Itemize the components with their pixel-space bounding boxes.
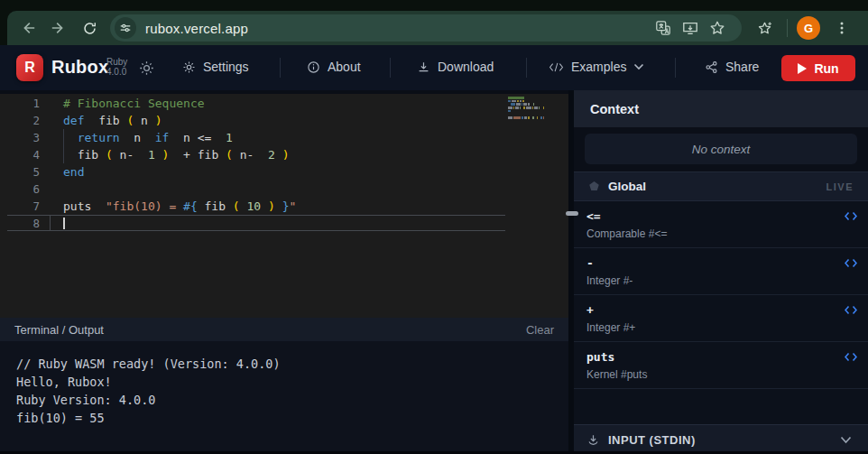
no-context-message: No context [585,134,857,164]
stdin-chevron-icon [840,436,852,444]
panel-resize-handle[interactable] [566,211,578,216]
method-name: + [586,303,855,317]
forward-icon[interactable] [43,14,74,42]
terminal-title: Terminal / Output [14,323,104,337]
context-header: Context [574,90,868,127]
translate-icon[interactable] [650,14,677,42]
code-line[interactable]: 3 return n if n <= 1 [0,129,568,146]
method-name: <= [586,209,855,223]
app-title: Rubox [51,57,108,78]
toolbar-divider [787,19,788,37]
site-settings-icon[interactable] [115,17,136,39]
terminal-output: // Ruby WASM ready! (Version: 4.0.0)Hell… [0,341,568,440]
theme-toggle-sun-icon[interactable] [139,60,154,76]
method-row[interactable]: +Integer #+ [574,295,868,342]
back-icon[interactable] [13,14,43,42]
method-source: Integer #- [586,274,855,287]
run-button[interactable]: Run [781,55,855,81]
header-divider [280,58,281,78]
global-scope-row[interactable]: Global LIVE [574,171,868,201]
share-button[interactable]: Share [705,60,759,74]
code-line[interactable]: 7puts "fib(10) = #{ fib ( 10 ) }" [0,198,568,215]
app-header: R Rubox Ruby 4.0.0 Settings About [0,45,868,90]
method-row[interactable]: <=Comparable #<= [574,201,868,248]
method-source: Integer #+ [586,321,855,334]
stdin-section-toggle[interactable]: INPUT (STDIN) [574,424,868,454]
examples-menu-button[interactable]: Examples [549,60,644,74]
share-icon [705,60,718,74]
settings-button[interactable]: Settings [182,60,249,74]
line-number: 6 [0,182,40,196]
code-brackets-icon[interactable] [845,305,857,315]
line-number: 5 [0,165,40,179]
bookmark-star-icon[interactable] [704,14,731,42]
download-button[interactable]: Download [417,60,494,74]
share-label: Share [725,60,759,74]
install-app-icon[interactable] [677,14,704,42]
profile-avatar[interactable]: G [797,16,820,40]
code-line[interactable]: 4 fib ( n- 1 ) + fib ( n- 2 ) [0,146,568,163]
code-editor[interactable]: 1# Fibonacci Sequence2def fib ( n )3 ret… [0,94,568,318]
code-brackets-icon[interactable] [845,211,857,221]
runtime-label: Ruby [106,57,127,67]
method-source: Kernel #puts [586,368,855,381]
stdin-label: INPUT (STDIN) [608,433,696,447]
minimap[interactable] [508,97,544,124]
line-number: 7 [0,199,40,213]
download-label: Download [438,60,494,74]
method-name: - [586,256,855,270]
info-icon [307,60,320,74]
scope-label: Global [608,180,646,193]
run-label: Run [814,61,838,76]
line-number: 3 [0,131,40,144]
browser-menu-icon[interactable] [829,15,854,41]
code-icon [549,61,564,73]
download-icon [417,60,430,74]
terminal-line: // Ruby WASM ready! (Version: 4.0.0) [16,355,552,373]
url-bar[interactable]: rubox.vercel.app [110,14,742,42]
terminal-line: fib(10) = 55 [16,409,552,427]
play-icon [798,63,807,74]
code-line[interactable]: 1# Fibonacci Sequence [0,95,568,112]
terminal-line: Hello, Rubox! [16,373,552,391]
method-list: <=Comparable #<=-Integer #-+Integer #+pu… [574,201,868,424]
line-number: 4 [0,148,40,162]
method-row[interactable]: putsKernel #puts [574,342,868,389]
about-button[interactable]: About [307,60,361,74]
browser-chrome: rubox.vercel.app [0,0,868,45]
browser-toolbar: rubox.vercel.app [7,11,868,45]
app-logo: R [16,54,43,81]
line-number: 1 [0,97,40,110]
method-source: Comparable #<= [586,227,855,240]
header-divider [675,58,676,78]
editor-pane: 1# Fibonacci Sequence2def fib ( n )3 ret… [0,90,568,318]
stdin-input-icon [586,433,600,447]
code-line[interactable]: 8 [0,215,568,232]
context-title: Context [590,102,639,116]
runtime-number: 4.0.0 [106,67,127,77]
code-line[interactable]: 2def fib ( n ) [0,112,568,129]
about-label: About [328,60,361,74]
runtime-version: Ruby 4.0.0 [106,57,127,77]
reload-icon[interactable] [74,14,105,42]
terminal-panel: Terminal / Output Clear // Ruby WASM rea… [0,318,568,454]
url-text[interactable]: rubox.vercel.app [145,21,248,36]
code-line[interactable]: 6 [0,181,568,198]
context-panel: Context No context Global LIVE <=Compara… [574,90,868,454]
code-brackets-icon[interactable] [845,352,857,362]
header-divider [390,58,391,78]
scope-pentagon-icon [588,181,600,192]
extensions-star-icon[interactable] [751,14,778,42]
live-badge: LIVE [826,181,854,192]
editor-lines: 1# Fibonacci Sequence2def fib ( n )3 ret… [0,95,568,232]
method-row[interactable]: -Integer #- [574,248,868,295]
chevron-down-icon [633,63,644,70]
line-number: 2 [0,114,40,127]
terminal-line: Ruby Version: 4.0.0 [16,391,552,409]
line-number: 8 [0,217,40,230]
code-brackets-icon[interactable] [845,258,857,268]
clear-button[interactable]: Clear [526,323,554,337]
code-line[interactable]: 5end [0,163,568,181]
header-divider [526,58,527,78]
examples-label: Examples [571,60,626,74]
